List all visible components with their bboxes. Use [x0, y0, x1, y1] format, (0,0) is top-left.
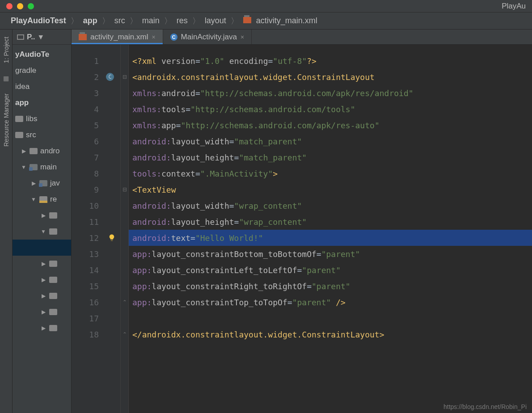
close-tab-icon[interactable]: ×: [241, 34, 244, 41]
folder-icon: [49, 212, 57, 219]
tree-item[interactable]: ▶andro: [13, 143, 71, 159]
expand-icon[interactable]: ▶: [40, 309, 46, 315]
line-number: 6: [72, 133, 120, 149]
navigation-breadcrumb: PlayAudioTest 〉 app 〉 src 〉 main 〉 res 〉…: [0, 13, 532, 30]
fold-toggle-icon[interactable]: ⊟: [121, 181, 128, 198]
folder-icon: [39, 180, 47, 186]
line-number: 1: [72, 53, 120, 69]
tree-item[interactable]: yAudioTe: [13, 46, 71, 63]
code-editor[interactable]: 1 2C 3 4 5 6 7 8 9 10 11 12 13 14 15: [72, 45, 532, 413]
code-text[interactable]: <?xml version="1.0" encoding="utf-8"?> <…: [129, 45, 532, 413]
fold-toggle-icon[interactable]: ⊟: [121, 69, 128, 85]
line-number: 11: [72, 214, 120, 230]
expand-icon[interactable]: ▶: [40, 277, 46, 283]
tree-item[interactable]: ▶: [13, 304, 71, 320]
class-gutter-icon[interactable]: C: [106, 73, 114, 81]
fold-end-icon[interactable]: ⌃: [121, 326, 128, 342]
breadcrumb-item-label: activity_main.xml: [256, 16, 317, 25]
line-number: 16: [72, 294, 120, 310]
minimize-window-button[interactable]: [17, 3, 23, 9]
expand-icon[interactable]: ▶: [40, 325, 46, 331]
image-icon[interactable]: ▦: [3, 75, 9, 82]
tree-item[interactable]: libs: [13, 111, 71, 127]
project-panel-header[interactable]: P.. ▾: [13, 30, 71, 45]
xml-file-icon: [79, 34, 87, 40]
collapse-icon[interactable]: ▼: [40, 228, 46, 235]
fold-end-icon[interactable]: ⌃: [121, 294, 128, 310]
collapse-icon[interactable]: ▼: [30, 196, 37, 202]
folder-icon: [39, 196, 47, 202]
tree-item[interactable]: app: [13, 95, 71, 111]
line-number-gutter: 1 2C 3 4 5 6 7 8 9 10 11 12 13 14 15: [72, 45, 121, 413]
tree-item[interactable]: ▶jav: [13, 175, 71, 191]
folder-icon: [30, 148, 38, 154]
chevron-right-icon: 〉: [70, 16, 80, 26]
line-number: 9: [72, 181, 120, 198]
project-tool-button[interactable]: 1: Project: [3, 34, 10, 66]
line-number: 8: [72, 165, 120, 181]
line-number: 7: [72, 149, 120, 165]
java-class-icon: C: [170, 34, 177, 41]
maximize-window-button[interactable]: [28, 3, 34, 9]
expand-icon[interactable]: ▶: [40, 293, 46, 299]
line-number: 5: [72, 117, 120, 133]
project-tree-panel: P.. ▾ yAudioTe gradle idea app libs src …: [13, 30, 72, 413]
tree-item[interactable]: src: [13, 127, 71, 143]
close-tab-icon[interactable]: ×: [152, 34, 155, 41]
folder-icon: [49, 309, 57, 315]
expand-icon[interactable]: ▶: [21, 148, 27, 154]
tree-item[interactable]: idea: [13, 79, 71, 95]
chevron-right-icon: 〉: [101, 16, 111, 26]
chevron-right-icon: 〉: [191, 16, 201, 26]
tree-item[interactable]: ▶: [13, 272, 71, 288]
tab-label: MainActivity.java: [181, 33, 237, 42]
tree-item[interactable]: ▶: [13, 320, 71, 336]
breadcrumb-item[interactable]: layout: [202, 16, 229, 25]
line-number: 13: [72, 246, 120, 262]
folder-icon: [30, 164, 38, 170]
tree-item[interactable]: ▶: [13, 207, 71, 223]
expand-icon[interactable]: ▶: [30, 180, 37, 186]
tab-label: activity_main.xml: [90, 33, 148, 42]
breadcrumb-item[interactable]: app: [80, 16, 100, 25]
project-view-icon: [17, 34, 24, 40]
editor-tabs: activity_main.xml × C MainActivity.java …: [72, 30, 532, 45]
collapse-icon[interactable]: ▼: [21, 164, 27, 170]
line-number: 4: [72, 101, 120, 117]
line-number: 15: [72, 278, 120, 294]
expand-icon[interactable]: ▶: [40, 261, 46, 267]
tree-item-selected[interactable]: [13, 240, 71, 256]
tree-item[interactable]: gradle: [13, 63, 71, 79]
window-controls: [6, 3, 34, 9]
line-number: 3: [72, 85, 120, 101]
breadcrumb-item[interactable]: activity_main.xml: [241, 16, 320, 25]
watermark-text: https://blog.csdn.net/Robin_Pi: [443, 403, 527, 410]
tree-item[interactable]: ▼main: [13, 159, 71, 175]
line-number: 18: [72, 326, 120, 342]
close-window-button[interactable]: [6, 3, 13, 9]
chevron-right-icon: 〉: [230, 16, 240, 26]
folder-icon: [49, 293, 57, 299]
title-bar: PlayAu: [0, 0, 532, 13]
breadcrumb-item[interactable]: main: [139, 16, 162, 25]
expand-icon[interactable]: ▶: [40, 212, 46, 219]
line-number: 10: [72, 198, 120, 214]
resource-manager-tool-button[interactable]: Resource Manager: [3, 91, 10, 149]
folder-icon: [49, 325, 57, 331]
editor-tab[interactable]: C MainActivity.java ×: [163, 30, 252, 44]
line-number: 17: [72, 310, 120, 326]
tree-item[interactable]: ▶: [13, 288, 71, 304]
tool-rail-left: 1: Project ▦ Resource Manager: [0, 30, 13, 413]
line-number: 2C: [72, 69, 120, 85]
breadcrumb-item[interactable]: PlayAudioTest: [8, 16, 69, 25]
tree-item[interactable]: ▶: [13, 256, 71, 272]
chevron-right-icon: 〉: [129, 16, 139, 26]
breadcrumb-item[interactable]: src: [112, 16, 128, 25]
tree-item[interactable]: ▼: [13, 223, 71, 240]
project-tree: yAudioTe gradle idea app libs src ▶andro…: [13, 45, 71, 336]
editor-tab[interactable]: activity_main.xml ×: [72, 30, 163, 44]
dropdown-icon[interactable]: ▾: [39, 32, 43, 42]
breadcrumb-item[interactable]: res: [174, 16, 190, 25]
tree-item[interactable]: ▼re: [13, 191, 71, 207]
lightbulb-icon[interactable]: [108, 234, 116, 242]
